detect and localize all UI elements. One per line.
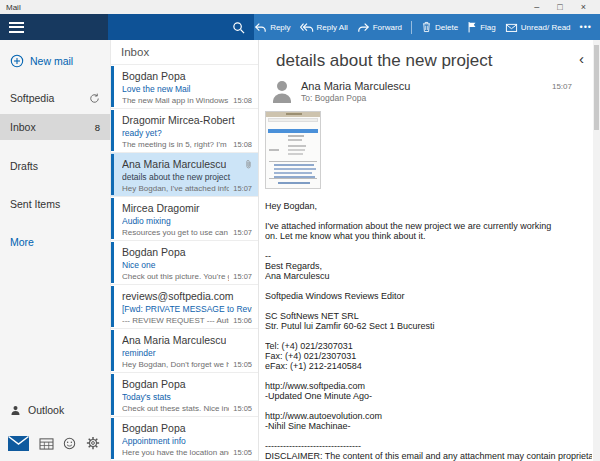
plus-circle-icon (10, 54, 24, 68)
message-subject: details about the new project (122, 172, 252, 182)
sidebar-item-drafts[interactable]: Drafts (0, 154, 110, 178)
sender-avatar (271, 80, 293, 103)
maximize-button[interactable]: □ (557, 2, 562, 12)
reply-icon (254, 22, 267, 33)
message-preview: The meeting is in 5, right? I'm already … (122, 140, 229, 149)
unread-read-button[interactable]: Unread/ Read (505, 22, 571, 33)
more-options-icon[interactable]: ••• (580, 22, 592, 32)
unread-indicator (111, 198, 114, 239)
body-line: http://www.autoevolution.com (265, 411, 592, 421)
message-time: 15:05 (233, 448, 252, 457)
message-preview: The new Mail app in Windows 10 is just a (122, 96, 229, 105)
message-subject: [Fwd: PRIVATE MESSAGE to Reviews from (122, 304, 252, 314)
flag-button[interactable]: Flag (467, 21, 496, 33)
titlebar: Mail – □ × (0, 0, 600, 14)
message-preview: Here you have the location and the time … (122, 448, 229, 457)
message-preview: Hey Bogdan, Don't forget we have a meet (122, 360, 229, 369)
message-preview: Check out these stats. Nice increase tod… (122, 404, 229, 413)
message-list-item[interactable]: Bogdan Popa Nice one Check out this pict… (111, 241, 258, 285)
inbox-unread-count: 8 (95, 122, 100, 133)
message-subject: Love the new Mail (122, 84, 252, 94)
message-sender: Bogdan Popa (122, 70, 186, 82)
message-time: 15:08 (233, 140, 252, 149)
feedback-smiley-icon[interactable] (63, 437, 76, 450)
message-list-item[interactable]: Dragomir Mircea-Robert ready yet? The me… (111, 109, 258, 153)
message-sender: reviews@softpedia.com (122, 290, 234, 302)
attachment-preview[interactable] (265, 111, 321, 189)
delete-icon (421, 21, 432, 33)
email-subject: details about the new project (259, 40, 600, 73)
reply-all-button[interactable]: Reply All (300, 22, 348, 33)
person-icon (10, 405, 21, 416)
sync-icon[interactable] (89, 93, 100, 104)
reply-all-icon (300, 22, 314, 33)
message-preview: Check out this picture. You're gonna lov… (122, 272, 229, 281)
unread-indicator (111, 154, 114, 195)
outlook-account[interactable]: Outlook (0, 398, 110, 422)
body-line (265, 281, 592, 291)
unread-indicator (111, 66, 114, 107)
body-line (265, 301, 592, 311)
message-list-item[interactable]: Bogdan Popa Love the new Mail The new Ma… (111, 65, 258, 109)
message-time: 15:06 (233, 316, 252, 325)
body-line (265, 331, 592, 341)
flag-icon (467, 21, 477, 33)
new-mail-button[interactable]: New mail (0, 49, 110, 73)
reply-button[interactable]: Reply (254, 22, 290, 33)
delete-button[interactable]: Delete (421, 21, 458, 33)
forward-icon (357, 22, 370, 33)
message-time: 15:07 (233, 228, 252, 237)
forward-button[interactable]: Forward (357, 22, 402, 33)
message-list-item[interactable]: Ana Maria Marculescu details about the n… (111, 153, 258, 197)
hamburger-menu-icon[interactable] (9, 22, 24, 33)
message-list-item[interactable]: Mircea Dragomir Audio mixing Resources y… (111, 197, 258, 241)
close-button[interactable]: × (581, 2, 586, 12)
sidebar-item-sent-items[interactable]: Sent Items (0, 192, 110, 216)
scrollbar-thumb[interactable] (594, 45, 599, 130)
sidebar-item-more[interactable]: More (0, 230, 110, 254)
minimize-button[interactable]: – (534, 2, 539, 12)
email-body: Hey Bogdan, I've attached information ab… (259, 201, 600, 461)
sidebar: New mail Softpedia Inbox 8 Drafts Sent I… (0, 40, 110, 461)
body-line: Hey Bogdan, (265, 201, 592, 211)
collapse-chevron-icon[interactable]: ‹ (579, 52, 584, 66)
message-subject: Nice one (122, 260, 252, 270)
search-icon[interactable] (232, 21, 245, 34)
message-subject: Today's stats (122, 392, 252, 402)
body-line: on. Let me know what you think about it. (265, 231, 592, 241)
message-subject: reminder (122, 348, 252, 358)
message-time: 15:05 (233, 360, 252, 369)
message-preview: Hey Bogdan, I've attached information ab (122, 184, 229, 193)
command-bar: Reply Reply All Forward Delete Flag Unre… (0, 14, 600, 40)
account-softpedia[interactable]: Softpedia (0, 86, 110, 110)
message-list-item[interactable]: Bogdan Popa Today's stats Check out thes… (111, 373, 258, 417)
body-line: -Nihil Sine Machinae- (265, 421, 592, 431)
body-line (265, 431, 592, 441)
message-list-item[interactable]: reviews@softpedia.com [Fwd: PRIVATE MESS… (111, 285, 258, 329)
message-subject: ready yet? (122, 128, 252, 138)
reading-scrollbar[interactable] (593, 40, 600, 461)
body-line: -- (265, 251, 592, 261)
message-sender: Bogdan Popa (122, 422, 186, 434)
body-line (265, 241, 592, 251)
calendar-icon[interactable] (39, 437, 54, 450)
body-line: DISCLAIMER: The content of this email an… (265, 451, 592, 461)
body-line: Softpedia Windows Reviews Editor (265, 291, 592, 301)
message-list-item[interactable]: Ana Maria Marculescu reminder Hey Bogdan… (111, 329, 258, 373)
mail-app-icon[interactable] (8, 436, 29, 451)
list-header: Inbox (111, 40, 258, 65)
body-line (265, 371, 592, 381)
settings-gear-icon[interactable] (86, 436, 100, 450)
sidebar-item-inbox[interactable]: Inbox 8 (0, 114, 110, 140)
body-line: Tel: (+4) 021/2307031 (265, 341, 592, 351)
body-line (265, 211, 592, 221)
body-line: -------------------------------- (265, 441, 592, 451)
unread-indicator (111, 418, 114, 459)
message-list: Bogdan Popa Love the new Mail The new Ma… (111, 65, 258, 461)
message-list-item[interactable]: Bogdan Popa Appointment info Here you ha… (111, 417, 258, 461)
search-bar-section (108, 14, 254, 40)
email-time: 15:07 (552, 82, 584, 91)
paperclip-icon (245, 159, 252, 170)
unread-indicator (111, 330, 114, 371)
message-sender: Mircea Dragomir (122, 202, 200, 214)
